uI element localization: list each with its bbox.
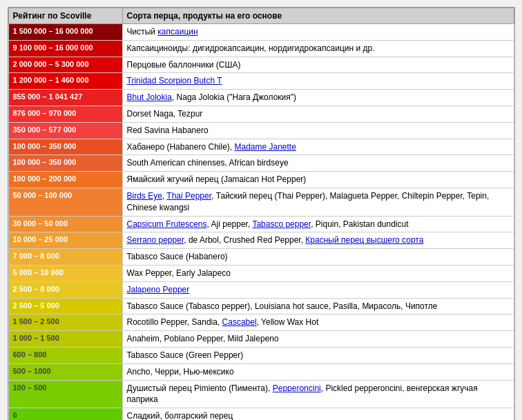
serrano-link[interactable]: Serrano pepper — [127, 235, 184, 245]
scoville-range: 7 000 – 8 000 — [8, 249, 122, 266]
pepper-description: Anaheim, Poblano Pepper, Mild Jalepeno — [122, 331, 514, 348]
pepper-description: Ancho, Черри, Нью-мексико — [122, 363, 514, 380]
pepper-description: Serrano pepper, de Arbol, Crushed Red Pe… — [122, 232, 514, 249]
jalapeno-link[interactable]: Jalapeno Pepper — [127, 285, 190, 294]
pepper-description: Капсаициноиды: дигидрокапсаицин, нордиги… — [122, 40, 514, 57]
table-row: 1 000 – 1 500Anaheim, Poblano Pepper, Mi… — [8, 331, 514, 348]
scoville-range: 50 000 – 100 000 — [8, 188, 122, 216]
pepper-description: Rocotillo Pepper, Sandia, Cascabel, Yell… — [122, 314, 514, 331]
scoville-range: 1 000 – 1 500 — [8, 331, 122, 348]
table-row: 2 500 – 8 000Jalapeno Pepper — [8, 281, 514, 298]
table-row: 500 – 1000Ancho, Черри, Нью-мексико — [8, 363, 514, 380]
table-row: 2 500 – 5 000Tabasco Sauce (Tabasco pepp… — [8, 298, 514, 314]
table-row: 2 000 000 – 5 300 000Перцовые баллончики… — [8, 57, 514, 73]
scoville-range: 100 000 – 350 000 — [8, 155, 122, 172]
table-row: 1 200 000 – 1 460 000Trinidad Scorpion B… — [8, 73, 514, 90]
madame-janette-link[interactable]: Madame Janette — [234, 142, 296, 152]
scoville-range: 600 – 800 — [8, 347, 122, 363]
scoville-range: 350 000 – 577 000 — [8, 122, 122, 139]
header-col1: Рейтинг по Scoville — [8, 8, 122, 24]
scoville-range: 10 000 – 25 000 — [8, 232, 122, 249]
pepper-description: Tabasco Sauce (Habanero) — [122, 249, 514, 266]
table-row: 1 500 000 – 16 000 000Чистый капсаицин — [8, 24, 514, 41]
scoville-range: 876 000 – 970 000 — [8, 106, 122, 122]
pepper-description: Birds Eye, Thai Pepper, Тайский перец (T… — [122, 188, 514, 216]
bhut-link[interactable]: Bhut Jolokia — [127, 92, 172, 102]
table-row: 350 000 – 577 000Red Savina Habanero — [8, 122, 514, 139]
scoville-range: 2 500 – 8 000 — [8, 281, 122, 298]
scoville-range: 5 000 – 10 000 — [8, 265, 122, 281]
capsaicin-link[interactable]: капсаицин — [157, 27, 197, 37]
scoville-range: 2 000 000 – 5 300 000 — [8, 57, 122, 73]
table-row: 7 000 – 8 000Tabasco Sauce (Habanero) — [8, 249, 514, 266]
trinidad-link[interactable]: Trinidad Scorpion Butch T — [127, 76, 222, 86]
pepper-description: Хабанеро (Habanero Chile), Madame Janett… — [122, 139, 514, 155]
scoville-range: 1 500 000 – 16 000 000 — [8, 24, 122, 41]
pepper-description: Wax Pepper, Early Jalapeco — [122, 265, 514, 281]
scoville-range: 500 – 1000 — [8, 363, 122, 380]
cascabel-link[interactable]: Cascabel — [222, 317, 257, 327]
scoville-range: 0 — [8, 408, 122, 420]
table-row: 50 000 – 100 000Birds Eye, Thai Pepper, … — [8, 188, 514, 216]
pepper-description: Душистый перец Pimiento (Пимента), Peppe… — [122, 380, 514, 408]
pepper-description: Tabasco Sauce (Tabasco pepper), Louisian… — [122, 298, 514, 314]
pepper-description: South American chinenses, African birdse… — [122, 155, 514, 172]
table-header: Рейтинг по Scoville Сорта перца, продукт… — [8, 8, 514, 24]
pepper-description: Чистый капсаицин — [122, 24, 514, 41]
pepperoncini-link[interactable]: Pepperoncini — [273, 383, 321, 393]
scoville-range: 1 200 000 – 1 460 000 — [8, 73, 122, 90]
table-row: 10 000 – 25 000Serrano pepper, de Arbol,… — [8, 232, 514, 249]
pepper-description: Dorset Naga, Tezpur — [122, 106, 514, 122]
table-row: 0Сладкий, болгарский перец — [8, 408, 514, 420]
scoville-table: Рейтинг по Scoville Сорта перца, продукт… — [8, 7, 515, 420]
pepper-description: Trinidad Scorpion Butch T — [122, 73, 514, 90]
pepper-description: Capsicum Frutescens, Aji pepper, Tabasco… — [122, 216, 514, 232]
scoville-range: 1 500 – 2 500 — [8, 314, 122, 331]
scoville-range: 30 000 – 50 000 — [8, 216, 122, 232]
pepper-description: Bhut Jolokia, Naga Jolokia ("Нага Джолок… — [122, 90, 514, 106]
table-row: 876 000 – 970 000Dorset Naga, Tezpur — [8, 106, 514, 122]
table-row: 30 000 – 50 000Capsicum Frutescens, Aji … — [8, 216, 514, 232]
table-row: 600 – 800Tabasco Sauce (Green Pepper) — [8, 347, 514, 363]
capsicum-link[interactable]: Capsicum Frutescens — [127, 219, 207, 229]
scoville-range: 9 100 000 – 16 000 000 — [8, 40, 122, 57]
header-col2: Сорта перца, продукты на его основе — [122, 8, 514, 24]
table-row: 100 – 500Душистый перец Pimiento (Пимент… — [8, 380, 514, 408]
birds-eye-link[interactable]: Birds Eye — [127, 191, 162, 201]
scoville-range: 100 000 – 350 000 — [8, 139, 122, 155]
red-pepper-link[interactable]: Красный перец высшего сорта — [305, 235, 423, 245]
table-row: 1 500 – 2 500Rocotillo Pepper, Sandia, C… — [8, 314, 514, 331]
pepper-description: Red Savina Habanero — [122, 122, 514, 139]
pepper-description: Tabasco Sauce (Green Pepper) — [122, 347, 514, 363]
thai-pepper-link[interactable]: Thai Pepper — [166, 191, 211, 201]
table-row: 100 000 – 200 000Ямайский жгучий перец (… — [8, 172, 514, 188]
scoville-range: 100 – 500 — [8, 380, 122, 408]
scoville-range: 100 000 – 200 000 — [8, 172, 122, 188]
table-row: 100 000 – 350 000South American chinense… — [8, 155, 514, 172]
table-row: 9 100 000 – 16 000 000Капсаициноиды: диг… — [8, 40, 514, 57]
table-row: 855 000 – 1 041 427Bhut Jolokia, Naga Jo… — [8, 90, 514, 106]
table-row: 100 000 – 350 000Хабанеро (Habanero Chil… — [8, 139, 514, 155]
table-row: 5 000 – 10 000Wax Pepper, Early Jalapeco — [8, 265, 514, 281]
scoville-range: 2 500 – 5 000 — [8, 298, 122, 314]
tabasco-pepper-link[interactable]: Tabasco pepper — [252, 219, 311, 229]
scoville-range: 855 000 – 1 041 427 — [8, 90, 122, 106]
pepper-description: Jalapeno Pepper — [122, 281, 514, 298]
pepper-description: Перцовые баллончики (США) — [122, 57, 514, 73]
pepper-description: Сладкий, болгарский перец — [122, 408, 514, 420]
pepper-description: Ямайский жгучий перец (Jamaican Hot Pepp… — [122, 172, 514, 188]
